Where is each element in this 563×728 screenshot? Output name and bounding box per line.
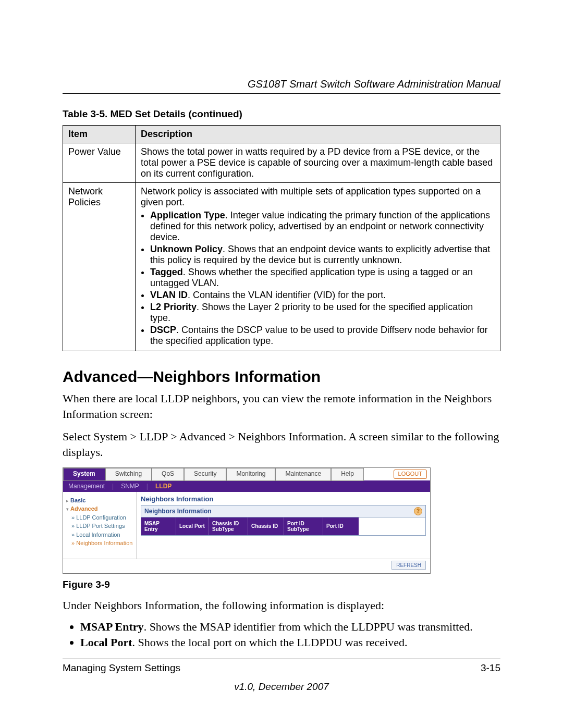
col-local-port: Local Port (176, 517, 209, 535)
footer-left: Managing System Settings (63, 662, 180, 674)
section-para-1: When there are local LLDP neighbors, you… (63, 391, 500, 422)
sidebar: ▸Basic ▾Advanced » LLDP Configuration » … (63, 492, 137, 559)
section-heading: Advanced—Neighbors Information (63, 368, 500, 386)
th-desc: Description (136, 126, 500, 143)
sub-tab-bar: Management | SNMP | LLDP (63, 480, 430, 492)
tab-maintenance[interactable]: Maintenance (275, 468, 331, 481)
tab-system[interactable]: System (63, 468, 105, 481)
subtab-lldp[interactable]: LLDP (155, 483, 172, 490)
cell-desc: Shows the total power in watts required … (136, 143, 500, 183)
sidebar-item-lldp-port[interactable]: » LLDP Port Settings (66, 522, 133, 530)
sidebar-item-local-info[interactable]: » Local Information (66, 530, 133, 539)
col-port-id-subtype: Port ID SubType (284, 517, 323, 535)
policy-bullet-list: Application Type. Integer value indicati… (141, 210, 495, 347)
table-caption: Table 3-5. MED Set Details (continued) (63, 108, 500, 120)
tab-switching[interactable]: Switching (105, 468, 152, 481)
col-chassis-id: Chassis ID (248, 517, 284, 535)
subtab-management[interactable]: Management (68, 483, 105, 490)
cell-item: Power Value (63, 143, 136, 183)
doc-header-title: GS108T Smart Switch Software Administrat… (63, 78, 500, 90)
box-title: Neighbors Information (144, 508, 212, 515)
help-icon[interactable]: ? (414, 507, 422, 515)
subtab-snmp[interactable]: SNMP (121, 483, 139, 490)
after-fig-bullets: MSAP Entry. Shows the MSAP identifier fr… (63, 620, 500, 649)
sidebar-item-advanced[interactable]: Advanced (70, 505, 98, 512)
logout-button[interactable]: LOGOUT (394, 470, 427, 479)
footer-page-number: 3-15 (481, 662, 500, 674)
neighbors-box: Neighbors Information ? MSAP Entry Local… (141, 505, 426, 536)
main-tab-bar: System Switching QoS Security Monitoring… (63, 468, 430, 480)
sidebar-item-neighbors-info[interactable]: » Neighbors Information (66, 539, 133, 548)
tab-help[interactable]: Help (331, 468, 364, 481)
header-rule (63, 93, 500, 94)
sidebar-item-lldp-config[interactable]: » LLDP Configuration (66, 513, 133, 522)
col-port-id: Port ID (323, 517, 359, 535)
figure-caption: Figure 3-9 (63, 579, 500, 590)
table-row: Power Value Shows the total power in wat… (63, 143, 500, 183)
panel-title: Neighbors Information (141, 495, 426, 503)
med-details-table: Item Description Power Value Shows the t… (63, 125, 500, 351)
tab-monitoring[interactable]: Monitoring (226, 468, 275, 481)
footer-version: v1.0, December 2007 (63, 681, 500, 693)
chevron-down-icon: ▾ (66, 507, 69, 512)
after-fig-intro: Under Neighbors Information, the followi… (63, 598, 500, 613)
cell-desc: Network policy is associated with multip… (136, 183, 500, 351)
column-header-row: MSAP Entry Local Port Chassis ID SubType… (141, 517, 425, 535)
cell-item: Network Policies (63, 183, 136, 351)
chevron-right-icon: ▸ (66, 498, 69, 503)
tab-qos[interactable]: QoS (152, 468, 184, 481)
embedded-screenshot: System Switching QoS Security Monitoring… (63, 467, 431, 574)
col-chassis-id-subtype: Chassis ID SubType (209, 517, 248, 535)
col-msap-entry: MSAP Entry (141, 517, 176, 535)
table-header-row: Item Description (63, 126, 500, 143)
table-row: Network Policies Network policy is assoc… (63, 183, 500, 351)
sidebar-item-basic[interactable]: Basic (70, 497, 85, 503)
tab-security[interactable]: Security (184, 468, 226, 481)
th-item: Item (63, 126, 136, 143)
footer-rule (63, 659, 500, 659)
section-para-2: Select System > LLDP > Advanced > Neighb… (63, 429, 500, 460)
refresh-button[interactable]: REFRESH (391, 561, 426, 570)
